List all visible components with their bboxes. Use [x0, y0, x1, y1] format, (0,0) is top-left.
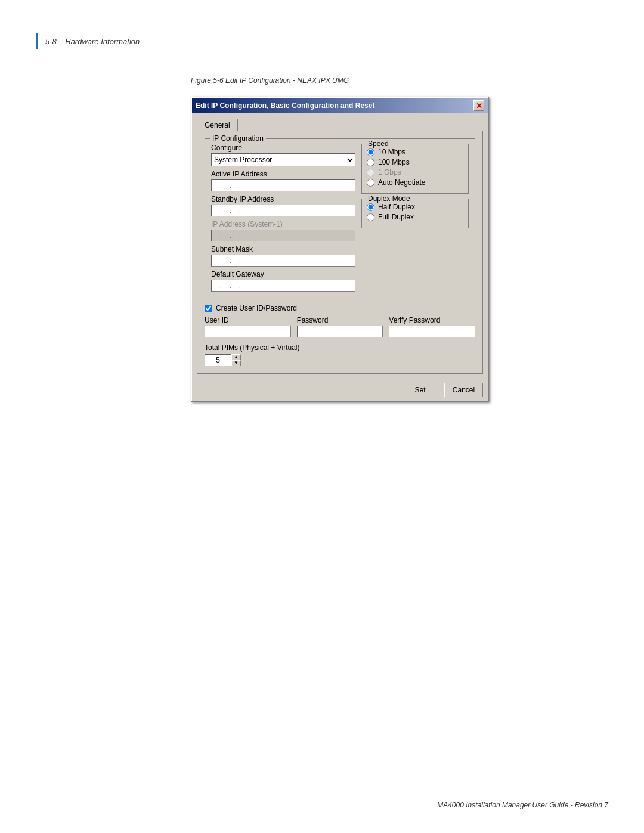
dialog-body: General IP Configuration Configure Syste… — [192, 113, 488, 379]
figure-caption: Figure 5-6 Edit IP Configuration - NEAX … — [191, 76, 349, 85]
full-duplex-label: Full Duplex — [378, 213, 414, 221]
subnet-label: Subnet Mask — [211, 245, 355, 253]
ip-system1-input[interactable] — [211, 230, 355, 241]
verify-password-field: Verify Password — [389, 316, 475, 337]
standby-ip-input[interactable] — [211, 205, 355, 216]
create-user-row: Create User ID/Password — [205, 304, 475, 312]
spinner-up-button[interactable]: ▲ — [231, 354, 241, 360]
ip-config-legend: IP Configuration — [210, 134, 266, 143]
header-title: Hardware Information — [65, 37, 140, 46]
speed-10-row: 10 Mbps — [367, 148, 463, 156]
title-bar: Edit IP Configuration, Basic Configurati… — [192, 98, 488, 113]
full-duplex-row: Full Duplex — [367, 213, 463, 221]
close-icon: ✕ — [476, 101, 482, 110]
pims-input[interactable]: 5 — [205, 354, 231, 366]
pims-label: Total PIMs (Physical + Virtual) — [205, 343, 475, 352]
pims-spinner: 5 ▲ ▼ — [205, 354, 246, 366]
speed-100-radio[interactable] — [367, 159, 374, 166]
pims-section: Total PIMs (Physical + Virtual) 5 ▲ ▼ — [205, 343, 475, 366]
chapter-number: 5-8 — [45, 37, 57, 46]
password-field: Password — [297, 316, 383, 337]
user-section: Create User ID/Password User ID Password… — [205, 304, 475, 337]
speed-10-radio[interactable] — [367, 148, 374, 156]
half-duplex-row: Half Duplex — [367, 203, 463, 211]
active-ip-label: Active IP Address — [211, 170, 355, 178]
verify-password-label: Verify Password — [389, 316, 475, 324]
header-separator — [57, 37, 65, 46]
spinner-down-button[interactable]: ▼ — [231, 360, 241, 366]
right-column: Speed 10 Mbps 100 Mbps 1 G — [361, 144, 469, 292]
page-footer: MA4000 Installation Manager User Guide -… — [437, 801, 608, 809]
half-duplex-label: Half Duplex — [378, 203, 415, 211]
speed-100-row: 100 Mbps — [367, 158, 463, 166]
active-ip-input[interactable] — [211, 179, 355, 191]
configure-label: Configure — [211, 144, 355, 152]
half-duplex-radio[interactable] — [367, 203, 374, 211]
user-id-label: User ID — [205, 316, 291, 324]
create-user-checkbox[interactable] — [205, 305, 212, 312]
password-label: Password — [297, 316, 383, 324]
configure-select[interactable]: System Processor LAN Card 1 LAN Card 2 — [211, 153, 355, 166]
gateway-label: Default Gateway — [211, 270, 355, 278]
create-user-label: Create User ID/Password — [216, 304, 297, 312]
ip-config-group: IP Configuration Configure System Proces… — [205, 138, 475, 298]
speed-10-label: 10 Mbps — [378, 148, 405, 156]
speed-group: Speed 10 Mbps 100 Mbps 1 G — [361, 144, 469, 194]
header-bar — [36, 33, 38, 49]
speed-legend: Speed — [366, 140, 391, 148]
user-id-field: User ID — [205, 316, 291, 337]
speed-auto-radio[interactable] — [367, 179, 374, 187]
tab-row: General — [197, 118, 483, 131]
left-column: Configure System Processor LAN Card 1 LA… — [211, 144, 355, 292]
dialog-window: Edit IP Configuration, Basic Configurati… — [191, 97, 489, 402]
ip-config-inner: Configure System Processor LAN Card 1 LA… — [211, 144, 469, 292]
user-id-input[interactable] — [205, 326, 291, 337]
page-header: 5-8 Hardware Information — [36, 33, 140, 49]
speed-auto-row: Auto Negotiate — [367, 178, 463, 187]
duplex-group: Duplex Mode Half Duplex Full Duplex — [361, 199, 469, 228]
speed-1g-label: 1 Gbps — [378, 168, 401, 176]
main-panel: IP Configuration Configure System Proces… — [197, 131, 483, 374]
speed-auto-label: Auto Negotiate — [378, 178, 425, 187]
verify-password-input[interactable] — [389, 326, 475, 337]
set-button[interactable]: Set — [401, 383, 439, 397]
password-input[interactable] — [297, 326, 383, 337]
full-duplex-radio[interactable] — [367, 213, 374, 221]
dialog-title: Edit IP Configuration, Basic Configurati… — [196, 101, 374, 110]
close-button[interactable]: ✕ — [473, 100, 484, 111]
configure-row: System Processor LAN Card 1 LAN Card 2 — [211, 153, 355, 166]
speed-1g-radio[interactable] — [367, 169, 374, 176]
standby-ip-label: Standby IP Address — [211, 195, 355, 203]
gateway-input[interactable] — [211, 280, 355, 292]
subnet-input[interactable] — [211, 255, 355, 267]
tab-general[interactable]: General — [197, 119, 238, 131]
speed-1g-row: 1 Gbps — [367, 168, 463, 176]
cancel-button[interactable]: Cancel — [444, 383, 483, 397]
spinner-buttons: ▲ ▼ — [231, 354, 241, 366]
duplex-legend: Duplex Mode — [366, 194, 413, 203]
user-fields-row: User ID Password Verify Password — [205, 316, 475, 337]
dialog-footer: Set Cancel — [192, 379, 488, 401]
ip-system1-label: IP Address (System-1) — [211, 220, 355, 228]
speed-100-label: 100 Mbps — [378, 158, 410, 166]
